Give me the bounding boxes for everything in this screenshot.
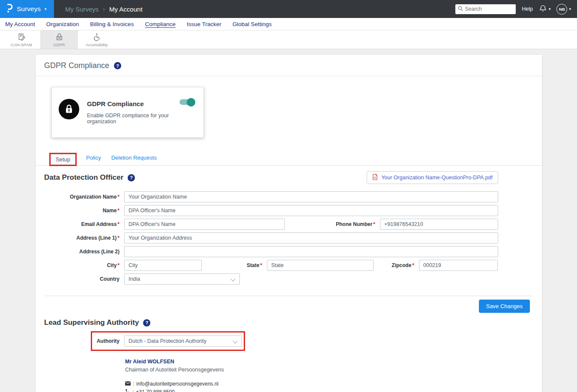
contact-phone: +31 70 888 8500 [136, 389, 174, 392]
address2-field[interactable] [124, 246, 498, 257]
card-title: GDPR Compliance [87, 100, 195, 107]
toggle-knob [187, 98, 195, 107]
search-input[interactable] [465, 6, 513, 12]
breadcrumb: My Surveys › My Account [65, 6, 143, 13]
dpo-form: Organization Name* Name* Email Address* … [44, 191, 533, 285]
tab-policy[interactable]: Policy [85, 152, 102, 165]
notifications-menu[interactable]: ▾ [539, 4, 551, 14]
name-field[interactable] [124, 205, 498, 216]
pdf-icon [372, 174, 378, 181]
help-icon[interactable]: ? [114, 62, 121, 69]
city-label: City* [44, 262, 124, 268]
address1-field[interactable] [124, 232, 498, 244]
dpo-save-button[interactable]: Save Changes [479, 300, 530, 313]
lock-icon [63, 104, 75, 115]
gdpr-toggle[interactable] [179, 99, 195, 105]
gdpr-compliance-panel: GDPR Compliance ? GDPR Compliance Enable… [36, 55, 542, 392]
phone-icon [125, 389, 130, 392]
help-icon[interactable]: ? [143, 319, 150, 327]
city-field[interactable] [124, 260, 202, 271]
contact-email: info@autoriteitpersoonsgegevens.nl [136, 381, 218, 387]
lsa-title: Lead Supervising Authority ? [44, 318, 533, 327]
state-label: State* [202, 262, 267, 268]
authority-contact-card: Mr Aleid WOLFSEN Chairman of Autoriteit … [125, 359, 533, 392]
product-name: Surveys [17, 5, 41, 13]
chevron-down-icon: ▾ [45, 7, 47, 11]
required-icon: * [117, 221, 120, 227]
bell-icon [539, 4, 547, 14]
required-icon: * [412, 262, 414, 268]
zipcode-label: Zipcode* [374, 262, 419, 268]
nav-issue-tracker[interactable]: Issue Tracker [187, 21, 221, 27]
breadcrumb-my-account: My Account [109, 6, 143, 13]
annotation-authority: Authority Dutch - Data Protection Author… [91, 331, 245, 351]
required-icon: * [117, 235, 120, 241]
nav-billing-invoices[interactable]: Billing & Invoices [90, 21, 134, 27]
chevron-down-icon: ▾ [569, 7, 571, 11]
phone-field[interactable] [380, 219, 498, 230]
country-selected-value: India [129, 276, 140, 282]
gdpr-compliance-card: GDPR Compliance Enable GDPR compliance f… [51, 87, 204, 138]
page-title: GDPR Compliance ? [36, 55, 542, 76]
contact-name: Mr Aleid WOLFSEN [125, 359, 533, 365]
page-background: GDPR Compliance ? GDPR Compliance Enable… [0, 49, 577, 392]
help-icon[interactable]: ? [128, 174, 135, 181]
nav-compliance[interactable]: Compliance [145, 21, 175, 27]
card-text: GDPR Compliance Enable GDPR compliance f… [87, 99, 195, 125]
required-icon: * [373, 221, 375, 227]
tab-label: Accessibility [86, 42, 108, 47]
lock-badge [59, 99, 79, 119]
lsa-title-text: Lead Supervising Authority [44, 318, 139, 327]
compliance-tab-bar: CAN-SPAM GDPR Accessibility [0, 30, 577, 49]
search-box[interactable] [455, 4, 516, 14]
organization-name-field[interactable] [124, 191, 498, 202]
breadcrumb-my-surveys[interactable]: My Surveys [65, 6, 99, 13]
authority-label: Authority [92, 338, 124, 344]
tab-label: GDPR [53, 42, 65, 47]
card-section: GDPR Compliance Enable GDPR compliance f… [36, 76, 542, 138]
email-label: Email Address* [44, 221, 124, 227]
annotation-setup-tab: Setup [49, 153, 77, 166]
questionpro-logo-icon [6, 3, 13, 15]
lsa-section: Lead Supervising Authority ? Authority D… [36, 318, 542, 392]
separator: : [133, 381, 134, 387]
address1-label: Address (Line 1)* [44, 235, 124, 241]
dpa-pdf-button[interactable]: Your Organization Name-QuestionPro-DPA.p… [367, 171, 498, 184]
page-title-text: GDPR Compliance [44, 61, 109, 70]
nav-global-settings[interactable]: Global Settings [233, 21, 272, 27]
pdf-button-label: Your Organization Name-QuestionPro-DPA.p… [381, 175, 493, 181]
padlock-icon [55, 33, 64, 42]
authority-selected-value: Dutch - Data Protection Authority [129, 338, 206, 344]
breadcrumb-separator-icon: › [103, 6, 105, 12]
contact-role: Chairman of Autoriteit Persoonsgegevens [125, 367, 533, 373]
accessibility-icon [93, 33, 102, 42]
tab-accessibility[interactable]: Accessibility [78, 30, 116, 49]
required-icon: * [260, 262, 262, 268]
phone-label: Phone Number* [285, 221, 380, 227]
state-field[interactable] [267, 260, 374, 271]
help-link[interactable]: Help [522, 6, 533, 12]
envelope-icon [125, 381, 131, 387]
tab-can-spam[interactable]: CAN-SPAM [3, 30, 40, 49]
required-icon: * [117, 208, 120, 214]
zipcode-field[interactable] [419, 260, 498, 271]
tab-setup[interactable]: Setup [51, 154, 75, 165]
tab-deletion-requests[interactable]: Deletion Requests [111, 152, 158, 165]
dpo-section: Data Protection Officer ? Your Organizat… [36, 171, 542, 313]
tab-gdpr[interactable]: GDPR [40, 30, 78, 49]
chevron-down-icon: ▾ [549, 7, 551, 11]
card-description: Enable GDPR compliance for your organiza… [87, 113, 195, 125]
search-icon [458, 5, 463, 13]
account-menu[interactable]: NB ▾ [556, 4, 571, 15]
topbar: Surveys ▾ My Surveys › My Account Help ▾… [0, 0, 577, 18]
topbar-actions: Help ▾ NB ▾ [455, 4, 577, 15]
organization-name-label: Organization Name* [44, 194, 124, 200]
separator: : [132, 389, 134, 392]
document-edit-icon [17, 33, 26, 42]
country-select[interactable]: India [124, 273, 240, 285]
email-field[interactable] [124, 219, 285, 230]
nav-my-account[interactable]: My Account [5, 21, 35, 27]
authority-select[interactable]: Dutch - Data Protection Authority [124, 336, 242, 347]
product-switcher[interactable]: Surveys ▾ [0, 0, 54, 18]
nav-organization[interactable]: Organization [46, 21, 79, 27]
